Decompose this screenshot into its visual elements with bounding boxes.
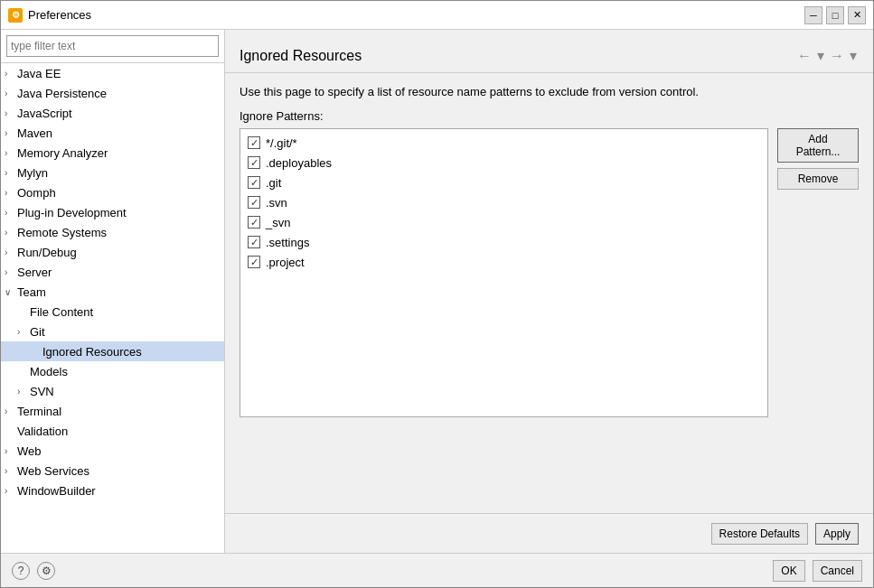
panel-title: Ignored Resources xyxy=(240,48,362,64)
title-bar-left: ⚙ Preferences xyxy=(8,8,91,23)
chevron-icon: › xyxy=(5,446,17,456)
buttons-col: Add Pattern... Remove xyxy=(777,128,859,417)
sidebar-item-label: JavaScript xyxy=(17,107,72,120)
pattern-item-git[interactable]: ✓.git xyxy=(244,173,764,192)
help-icon[interactable]: ? xyxy=(12,562,30,580)
pattern-checkbox[interactable]: ✓ xyxy=(248,236,260,248)
sidebar-item-java-ee[interactable]: ›Java EE xyxy=(1,63,224,83)
panel-header: Ignored Resources ← ▾ → ▾ xyxy=(225,30,873,73)
sidebar-item-label: Team xyxy=(17,285,46,299)
main-panel: Ignored Resources ← ▾ → ▾ Use this page … xyxy=(225,30,873,553)
sidebar: ›Java EE›Java Persistence›JavaScript›Mav… xyxy=(1,30,225,553)
sidebar-item-label: Memory Analyzer xyxy=(17,146,108,160)
close-button[interactable]: ✕ xyxy=(848,6,866,24)
sidebar-item-label: Maven xyxy=(17,126,52,140)
sidebar-scroll-wrapper: ›Java EE›Java Persistence›JavaScript›Mav… xyxy=(1,63,224,553)
sidebar-item-server[interactable]: ›Server xyxy=(1,262,224,282)
sidebar-item-validation[interactable]: Validation xyxy=(1,421,224,441)
sidebar-item-run-debug[interactable]: ›Run/Debug xyxy=(1,242,224,262)
chevron-icon: › xyxy=(5,486,17,496)
pattern-checkbox[interactable]: ✓ xyxy=(248,176,260,189)
remove-button[interactable]: Remove xyxy=(777,168,859,190)
pattern-checkbox[interactable]: ✓ xyxy=(248,216,260,229)
sidebar-item-plug-in-development[interactable]: ›Plug-in Development xyxy=(1,202,224,222)
ignore-patterns-label: Ignore Patterns: xyxy=(240,109,859,123)
sidebar-item-ignored-resources[interactable]: Ignored Resources xyxy=(1,341,224,361)
sidebar-item-svn[interactable]: ›SVN xyxy=(1,381,224,401)
chevron-icon: › xyxy=(5,108,17,118)
sidebar-item-maven[interactable]: ›Maven xyxy=(1,123,224,143)
sidebar-item-label: Web xyxy=(17,444,42,458)
pattern-text: .svn xyxy=(266,196,287,210)
back-arrow[interactable]: ← xyxy=(795,46,813,66)
forward-arrow[interactable]: → xyxy=(828,46,846,66)
maximize-button[interactable]: □ xyxy=(826,6,844,24)
sidebar-item-file-content[interactable]: File Content xyxy=(1,302,224,322)
pattern-text: .git xyxy=(266,176,281,190)
chevron-icon: › xyxy=(5,89,17,98)
bottom-bar: Restore Defaults Apply xyxy=(225,513,873,553)
pattern-item-settings[interactable]: ✓.settings xyxy=(244,232,764,252)
pattern-checkbox[interactable]: ✓ xyxy=(248,196,260,209)
window-title: Preferences xyxy=(28,8,91,22)
chevron-icon: › xyxy=(5,406,17,416)
settings-icon[interactable]: ⚙ xyxy=(37,562,55,580)
sidebar-item-oomph[interactable]: ›Oomph xyxy=(1,182,224,202)
sidebar-item-label: Remote Systems xyxy=(17,226,107,239)
sidebar-item-label: Git xyxy=(30,325,45,339)
sidebar-item-git[interactable]: ›Git xyxy=(1,322,224,341)
chevron-icon: › xyxy=(5,148,17,158)
pattern-text: .project xyxy=(266,256,305,269)
sidebar-item-label: Server xyxy=(17,266,52,279)
nav-arrows: ← ▾ → ▾ xyxy=(795,45,859,66)
pattern-item-svn[interactable]: ✓.svn xyxy=(244,192,764,212)
content-area: ›Java EE›Java Persistence›JavaScript›Mav… xyxy=(1,30,873,553)
sidebar-item-label: Java EE xyxy=(17,67,61,80)
search-box xyxy=(1,30,224,63)
minimize-button[interactable]: ─ xyxy=(804,6,822,24)
pattern-checkbox[interactable]: ✓ xyxy=(248,256,260,268)
sidebar-item-models[interactable]: Models xyxy=(1,361,224,381)
pattern-checkbox[interactable]: ✓ xyxy=(248,156,260,169)
chevron-icon: › xyxy=(5,466,17,476)
ok-button[interactable]: OK xyxy=(773,560,804,582)
sidebar-item-label: File Content xyxy=(30,305,93,319)
pattern-checkbox[interactable]: ✓ xyxy=(248,136,260,149)
pattern-item-git-all[interactable]: ✓*/.git/* xyxy=(244,133,764,153)
add-pattern-button[interactable]: Add Pattern... xyxy=(777,128,859,163)
footer-bar: ? ⚙ OK Cancel xyxy=(1,553,873,587)
sidebar-item-label: Plug-in Development xyxy=(17,206,127,219)
back-dropdown[interactable]: ▾ xyxy=(815,45,826,66)
sidebar-item-label: Oomph xyxy=(17,186,56,200)
sidebar-item-terminal[interactable]: ›Terminal xyxy=(1,401,224,421)
patterns-list: ✓*/.git/*✓.deployables✓.git✓.svn✓_svn✓.s… xyxy=(240,128,768,417)
pattern-text: .settings xyxy=(266,236,309,249)
chevron-icon: › xyxy=(5,188,17,198)
pattern-item-deployables[interactable]: ✓.deployables xyxy=(244,153,764,173)
sidebar-item-team[interactable]: ∨Team xyxy=(1,282,224,302)
sidebar-item-window-builder[interactable]: ›WindowBuilder xyxy=(1,481,224,500)
apply-button[interactable]: Apply xyxy=(815,523,859,545)
sidebar-item-label: Ignored Resources xyxy=(42,345,142,359)
sidebar-item-label: Mylyn xyxy=(17,166,48,180)
sidebar-item-memory-analyzer[interactable]: ›Memory Analyzer xyxy=(1,143,224,163)
chevron-icon: › xyxy=(5,208,17,218)
cancel-button[interactable]: Cancel xyxy=(813,560,862,582)
pattern-item-svn-underscore[interactable]: ✓_svn xyxy=(244,212,764,232)
sidebar-item-javascript[interactable]: ›JavaScript xyxy=(1,103,224,123)
sidebar-item-label: Java Persistence xyxy=(17,87,107,100)
sidebar-item-web-services[interactable]: ›Web Services xyxy=(1,461,224,481)
app-icon: ⚙ xyxy=(8,8,23,23)
sidebar-item-web[interactable]: ›Web xyxy=(1,441,224,461)
chevron-icon: › xyxy=(5,69,17,79)
forward-dropdown[interactable]: ▾ xyxy=(848,45,859,66)
title-controls: ─ □ ✕ xyxy=(804,6,866,24)
sidebar-item-remote-systems[interactable]: ›Remote Systems xyxy=(1,222,224,242)
panel-description: Use this page to specify a list of resou… xyxy=(240,84,859,100)
sidebar-item-mylyn[interactable]: ›Mylyn xyxy=(1,163,224,182)
search-input[interactable] xyxy=(6,35,219,57)
sidebar-item-java-persistence[interactable]: ›Java Persistence xyxy=(1,83,224,103)
pattern-item-project[interactable]: ✓.project xyxy=(244,252,764,272)
restore-defaults-button[interactable]: Restore Defaults xyxy=(711,523,808,545)
sidebar-item-label: Run/Debug xyxy=(17,246,77,259)
